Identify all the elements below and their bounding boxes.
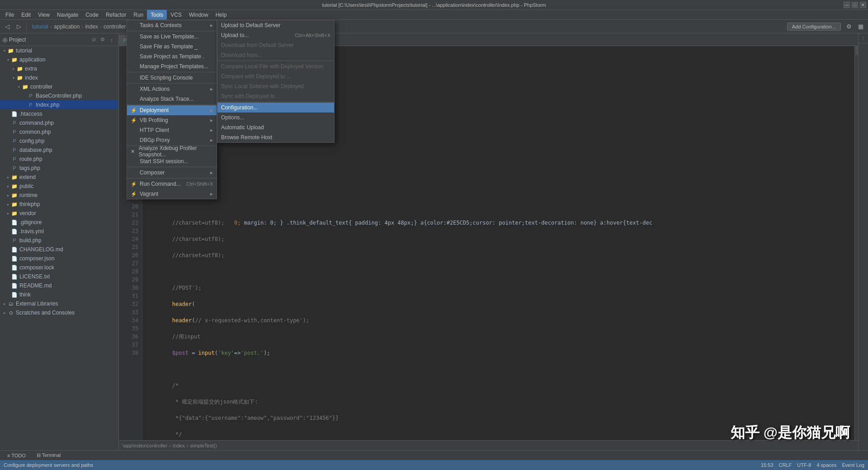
tools-item-vagrant[interactable]: ⚡ Vagrant ▸ (127, 189, 217, 199)
deploy-browse-remote[interactable]: Browse Remote Host (217, 132, 334, 142)
run-icon: ⚡ (131, 181, 138, 187)
tools-item-xml-actions[interactable]: XML Actions ▸ (127, 84, 217, 94)
menu-vcs[interactable]: VCS (167, 10, 185, 20)
tools-item-vb-profiling[interactable]: ⚡ VB Profiling ▸ (127, 115, 217, 125)
tree-readme[interactable]: 📄 README.md (0, 281, 118, 290)
breadcrumb-tutorial[interactable]: tutorial (32, 24, 48, 30)
panel-config[interactable]: ⚙ (99, 36, 107, 44)
tree-controller[interactable]: ▾ 📁 controller (0, 82, 118, 91)
tree-travis[interactable]: 📄 .travis.yml (0, 227, 118, 236)
tree-composer-lock[interactable]: 📄 composer.lock (0, 263, 118, 272)
folder-icon: 📁 (11, 183, 18, 190)
toolbar-settings[interactable]: ⚙ (844, 21, 854, 32)
path-index: Index (173, 443, 185, 448)
menu-view[interactable]: View (34, 10, 53, 20)
toolbar-layout[interactable]: ▦ (855, 21, 866, 32)
minimize-button[interactable]: — (844, 2, 850, 8)
tree-runtime[interactable]: ▸ 📁 runtime (0, 191, 118, 200)
tree-gitignore[interactable]: 📄 .gitignore (0, 218, 118, 227)
status-spaces[interactable]: 4 spaces (816, 462, 836, 468)
right-strip-item[interactable]: ⋮ (859, 33, 868, 43)
php-icon: P (27, 101, 34, 108)
tree-license[interactable]: 📄 LICENSE.txt (0, 272, 118, 281)
menu-window[interactable]: Window (185, 10, 212, 20)
breadcrumb-application[interactable]: application (54, 24, 80, 30)
tools-item-http-client[interactable]: HTTP Client ▸ (127, 125, 217, 135)
deploy-compare-deployed: Compare with Deployed to ... (217, 71, 334, 81)
menu-file[interactable]: File (2, 10, 18, 20)
tools-item-analyze-stack[interactable]: Analyze Stack Trace... (127, 94, 217, 104)
tools-item-ide-console[interactable]: IDE Scripting Console (127, 73, 217, 83)
bottom-bar: ≡ TODO ⊟ Terminal (0, 450, 868, 460)
tools-item-save-project-template[interactable]: Save Project as Template . (127, 52, 217, 61)
tree-config-php[interactable]: P config.php (0, 136, 118, 146)
tree-index-php[interactable]: P Index.php (0, 100, 118, 109)
status-event-log[interactable]: Event Log (842, 462, 864, 468)
tools-item-composer[interactable]: Composer ▸ (127, 168, 217, 178)
menu-refactor[interactable]: Refactor (102, 10, 130, 20)
tree-route-php[interactable]: P route.php (0, 155, 118, 164)
tools-item-deployment[interactable]: ⚡ Deployment ▸ (127, 105, 217, 115)
maximize-button[interactable]: □ (852, 2, 858, 8)
breadcrumb-controller[interactable]: controller (104, 24, 126, 30)
tree-extend[interactable]: ▸ 📁 extend (0, 173, 118, 182)
deploy-upload-to[interactable]: Upload to... Ctrl+Alt+Shift+X (217, 30, 334, 40)
tree-composer-json[interactable]: 📄 composer.json (0, 254, 118, 263)
tree-changelog[interactable]: 📄 CHANGELOG.md (0, 245, 118, 254)
right-scrollbar[interactable] (854, 46, 858, 440)
menu-help[interactable]: Help (212, 10, 231, 20)
deploy-auto-upload[interactable]: Automatic Upload (217, 122, 334, 132)
tree-think[interactable]: 📄 think (0, 290, 118, 299)
tree-command-php[interactable]: P command.php (0, 118, 118, 127)
menu-navigate[interactable]: Navigate (53, 10, 82, 20)
close-button[interactable]: ✕ (860, 2, 866, 8)
tree-application[interactable]: ▾ 📁 application (0, 55, 118, 64)
tree-thinkphp[interactable]: ▸ 📁 thinkphp (0, 200, 118, 209)
deploy-upload-default[interactable]: Upload to Default Server (217, 20, 334, 30)
project-tree: ▾ 📁 tutorial ▾ 📁 application ▸ 📁 extra ▾… (0, 46, 118, 450)
tab-terminal[interactable]: ⊟ Terminal (33, 451, 64, 461)
tree-public[interactable]: ▸ 📁 public (0, 182, 118, 191)
deploy-configuration[interactable]: Configuration... (217, 103, 334, 113)
menu-run[interactable]: Run (130, 10, 147, 20)
tree-extra[interactable]: ▸ 📁 extra (0, 64, 118, 73)
tree-basecontroller[interactable]: P BaseController.php (0, 91, 118, 100)
tree-tutorial[interactable]: ▾ 📁 tutorial (0, 46, 118, 55)
tools-item-xdebug[interactable]: ✕ Analyze Xdebug Profiler Snapshot... (127, 146, 217, 156)
menu-sep (217, 61, 334, 61)
status-encoding[interactable]: UTF-8 (797, 462, 811, 468)
tools-item-tasks[interactable]: Tasks & Contexts ▸ (127, 20, 217, 30)
tools-item-dbgp-proxy[interactable]: DBGp Proxy ▸ (127, 135, 217, 145)
tree-scratches[interactable]: ▸ ⊙ Scratches and Consoles (0, 308, 118, 317)
tools-item-ssh[interactable]: Start SSH session... (127, 156, 217, 166)
file-icon: 📄 (11, 255, 18, 262)
tab-todo[interactable]: ≡ TODO (4, 451, 29, 461)
tree-build-php[interactable]: P build.php (0, 236, 118, 245)
arrow-icon: ▸ (210, 22, 213, 28)
tree-vendor[interactable]: ▸ 📁 vendor (0, 209, 118, 218)
toolbar-forward[interactable]: ▷ (14, 21, 24, 32)
breadcrumb-index[interactable]: index (85, 24, 98, 30)
tree-index[interactable]: ▾ 📁 index (0, 73, 118, 82)
menu-edit[interactable]: Edit (18, 10, 34, 20)
tree-tags-php[interactable]: P tags.php (0, 164, 118, 173)
deploy-compare-local: Compare Local File with Deployed Version (217, 61, 334, 71)
tree-common-php[interactable]: P common.php (0, 127, 118, 136)
toolbar-back[interactable]: ◁ (2, 21, 13, 32)
tools-item-live-template[interactable]: Save as Live Template... (127, 32, 217, 42)
tools-item-manage-templates[interactable]: Manage Project Templates... (127, 61, 217, 71)
status-crlf[interactable]: CRLF (779, 462, 792, 468)
tools-item-run-command[interactable]: ⚡ Run Command... Ctrl+Shift+X (127, 179, 217, 189)
panel-expand[interactable]: ↕ (108, 36, 116, 44)
tree-database-php[interactable]: P database.php (0, 146, 118, 155)
tree-htaccess[interactable]: 📄 .htaccess (0, 109, 118, 118)
add-config-button[interactable]: Add Configuration... (787, 23, 841, 31)
tree-external-libs[interactable]: ▸ 🗂 External Libraries (0, 299, 118, 308)
deploy-options[interactable]: Options... (217, 113, 334, 122)
tools-item-save-file-template[interactable]: Save File as Template _ (127, 42, 217, 52)
menu-tools[interactable]: Tools (147, 10, 167, 20)
panel-locate[interactable]: ⊙ (90, 36, 98, 44)
menu-code[interactable]: Code (82, 10, 102, 20)
vagrant-icon: ⚡ (131, 191, 138, 197)
vb-icon: ⚡ (131, 118, 138, 123)
